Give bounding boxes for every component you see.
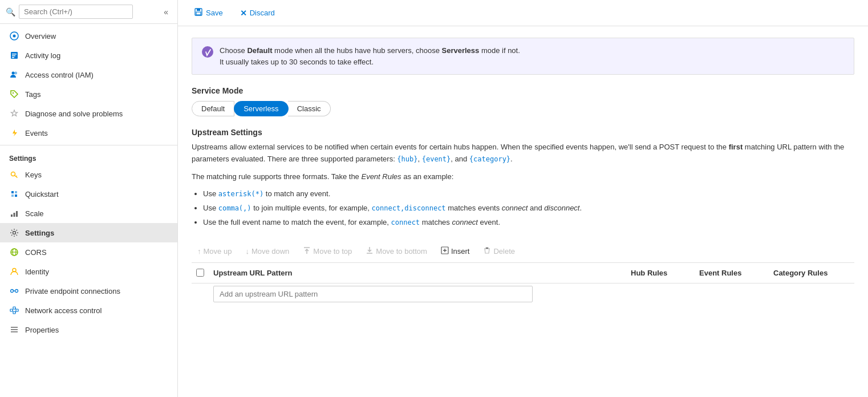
sidebar-item-access-control[interactable]: Access control (IAM)	[0, 65, 177, 84]
delete-button[interactable]: Delete	[477, 244, 521, 259]
info-banner: Choose Default mode when all the hubs ha…	[192, 38, 854, 75]
sidebar-item-label: Identity	[25, 268, 49, 276]
mode-default-button[interactable]: Default	[192, 101, 234, 116]
insert-label: Insert	[451, 247, 470, 256]
table-header-row: Upstream URL Pattern Hub Rules Event Rul…	[192, 263, 854, 283]
sidebar-item-events[interactable]: Events	[0, 123, 177, 143]
search-icon: 🔍	[6, 7, 15, 17]
discard-icon: ✕	[240, 9, 247, 18]
connect-em: connect	[502, 204, 528, 212]
mode-classic-button[interactable]: Classic	[288, 101, 331, 116]
sidebar-item-diagnose[interactable]: Diagnose and solve problems	[0, 104, 177, 123]
svg-rect-10	[11, 214, 13, 217]
select-all-checkbox[interactable]	[196, 269, 204, 277]
sidebar-item-scale[interactable]: Scale	[0, 204, 177, 223]
move-up-button[interactable]: ↑ Move up	[192, 244, 237, 258]
connect-code: connect	[391, 218, 420, 226]
main-content: Save ✕ Discard Choose Default mode when …	[178, 0, 868, 397]
sidebar-item-label: Network access control	[25, 306, 102, 315]
svg-point-17	[11, 290, 14, 293]
upstream-desc-bold: first	[729, 143, 743, 151]
collapse-button[interactable]: «	[160, 6, 172, 18]
sidebar-item-overview[interactable]: Overview	[0, 26, 177, 46]
svg-point-18	[15, 290, 18, 293]
upstream-title: Upstream Settings	[192, 128, 854, 137]
move-to-bottom-label: Move to bottom	[376, 247, 427, 256]
sidebar-item-settings[interactable]: Settings	[0, 223, 177, 242]
sidebar-item-tags[interactable]: Tags	[0, 84, 177, 104]
url-input-cell	[209, 283, 626, 305]
bullet-list: Use asterisk(*) to match any event. Use …	[203, 188, 854, 228]
bullet-item-3: Use the full event name to match the eve…	[203, 217, 854, 229]
discard-button[interactable]: ✕ Discard	[233, 6, 282, 21]
toolbar: Save ✕ Discard	[178, 0, 868, 26]
network-icon	[9, 305, 19, 315]
iam-icon	[9, 70, 19, 80]
svg-point-8	[13, 92, 14, 94]
sidebar-item-label: Activity log	[25, 51, 60, 60]
service-mode-label: Service Mode	[192, 86, 854, 95]
cors-icon	[9, 247, 19, 257]
svg-rect-24	[11, 329, 18, 330]
sidebar-item-properties[interactable]: Properties	[0, 320, 177, 339]
service-mode-section: Service Mode Default Serverless Classic	[192, 86, 854, 116]
svg-rect-25	[11, 331, 18, 333]
move-down-button[interactable]: ↓ Move down	[240, 244, 295, 258]
sidebar: 🔍 « Overview Activity log Access control…	[0, 0, 178, 397]
banner-line2: It usually takes up to 30 seconds to tak…	[220, 56, 520, 68]
move-to-bottom-button[interactable]: Move to bottom	[360, 244, 433, 259]
url-pattern-input[interactable]	[213, 286, 533, 302]
mode-selector: Default Serverless Classic	[192, 101, 854, 116]
param-event: {event}	[422, 155, 451, 163]
sidebar-item-identity[interactable]: Identity	[0, 262, 177, 281]
th-url-pattern: Upstream URL Pattern	[209, 263, 626, 283]
move-to-top-icon	[303, 246, 311, 256]
move-up-label: Move up	[204, 247, 232, 256]
svg-point-9	[11, 172, 15, 176]
banner-icon	[201, 46, 214, 61]
move-to-top-button[interactable]: Move to top	[297, 244, 358, 259]
svg-point-29	[202, 46, 213, 58]
banner-bold-serverless: Serverless	[442, 46, 480, 55]
scale-icon	[9, 208, 19, 218]
move-to-top-label: Move to top	[313, 247, 352, 256]
insert-button[interactable]: Insert	[435, 244, 476, 259]
sidebar-item-keys[interactable]: Keys	[0, 165, 177, 184]
save-button[interactable]: Save	[187, 5, 230, 21]
move-down-label: Move down	[252, 247, 289, 256]
sidebar-item-private-endpoint[interactable]: Private endpoint connections	[0, 281, 177, 301]
svg-rect-12	[16, 211, 18, 217]
svg-rect-23	[11, 327, 18, 328]
svg-rect-27	[197, 9, 200, 11]
sidebar-item-quickstart[interactable]: Quickstart	[0, 184, 177, 204]
url-input-row	[192, 283, 854, 305]
sidebar-item-label: Access control (IAM)	[25, 71, 94, 79]
discard-label: Discard	[250, 9, 275, 17]
mode-serverless-button[interactable]: Serverless	[234, 101, 288, 116]
activity-log-icon	[9, 50, 19, 60]
svg-rect-11	[14, 213, 15, 217]
sidebar-item-label: Properties	[25, 326, 59, 334]
bullet-item-1: Use asterisk(*) to match any event.	[203, 188, 854, 200]
svg-rect-21	[13, 311, 15, 314]
banner-bold-default: Default	[247, 46, 272, 55]
quickstart-icon	[9, 189, 19, 199]
move-up-icon: ↑	[197, 247, 201, 256]
insert-icon	[441, 246, 449, 256]
properties-icon	[9, 325, 19, 335]
identity-icon	[9, 266, 19, 277]
url-input-checkbox-cell	[192, 283, 209, 305]
sidebar-item-cors[interactable]: CORS	[0, 242, 177, 262]
upstream-desc2: The matching rule supports three formats…	[192, 171, 854, 183]
comma-code: comma(,)	[218, 204, 252, 212]
svg-rect-4	[12, 55, 15, 56]
keys-icon	[9, 169, 19, 180]
content-body: Choose Default mode when all the hubs ha…	[178, 26, 868, 397]
sidebar-item-network-access[interactable]: Network access control	[0, 301, 177, 320]
th-checkbox	[192, 263, 209, 283]
sidebar-item-activity-log[interactable]: Activity log	[0, 46, 177, 65]
th-hub-rules: Hub Rules	[626, 263, 695, 283]
category-rules-cell	[769, 283, 854, 305]
sidebar-item-label: Diagnose and solve problems	[25, 110, 123, 118]
search-input[interactable]	[19, 5, 133, 19]
